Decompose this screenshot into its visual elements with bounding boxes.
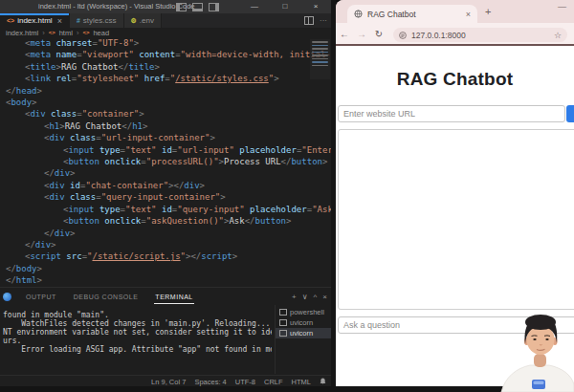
code-line: <body>: [0, 97, 331, 108]
status-item[interactable]: Spaces: 4: [194, 378, 226, 386]
code-line: <script src="/static/script.js"></script…: [0, 250, 331, 262]
terminal-label: uvicorn: [290, 318, 313, 327]
webcam-presenter-overlay: [497, 312, 574, 392]
terminal-line: urs.: [3, 337, 272, 345]
notifications-bell-icon[interactable]: [320, 378, 326, 385]
terminal-dropdown-icon[interactable]: ∨: [302, 293, 308, 301]
code-line: </div>: [0, 167, 331, 179]
bookmark-star-icon[interactable]: ☆: [554, 31, 562, 40]
new-terminal-icon[interactable]: +: [292, 293, 297, 301]
symbol-icon: <>: [49, 30, 55, 35]
toggle-panel-icon[interactable]: [192, 3, 203, 11]
editor-tab-styles.css[interactable]: #styles.css: [70, 13, 124, 28]
terminal-label: uvicorn: [290, 329, 313, 338]
split-editor-icon[interactable]: [304, 16, 314, 25]
process-url-button[interactable]: Process URL: [566, 105, 574, 122]
code-line: </body>: [0, 263, 331, 274]
breadcrumb-separator: ›: [77, 29, 79, 37]
maximize-icon[interactable]: □: [270, 0, 300, 13]
terminal-list-item[interactable]: uvicorn: [276, 317, 332, 328]
css-file-icon: #: [77, 17, 80, 24]
code-line: </head>: [0, 85, 331, 97]
vscode-titlebar: index.html - ltd (Workspace) - Visual St…: [0, 0, 331, 13]
breadcrumb-separator: ›: [42, 29, 45, 37]
symbol-icon: <>: [82, 30, 89, 35]
forward-icon[interactable]: →: [353, 29, 370, 39]
more-actions-icon[interactable]: ···: [320, 16, 327, 25]
toggle-secondary-sidebar-icon[interactable]: [209, 3, 219, 11]
editor-tab-.env[interactable]: ⚙.env: [124, 13, 162, 28]
terminal-line: WatchFiles detected changes in 'main.py'…: [3, 319, 272, 328]
status-item[interactable]: Ln 9, Col 7: [151, 378, 186, 386]
breadcrumb-item[interactable]: index.html: [6, 29, 38, 37]
terminal-icon: [279, 309, 287, 316]
html-file-icon: <>: [7, 17, 14, 24]
reload-icon[interactable]: ↻: [370, 29, 387, 39]
terminal-output[interactable]: found in module "main". WatchFiles detec…: [3, 311, 272, 372]
screen: index.html - ltd (Workspace) - Visual St…: [0, 0, 574, 392]
env-file-icon: ⚙: [131, 17, 137, 25]
breadcrumb-item[interactable]: head: [93, 29, 109, 37]
code-line: <div class="query-input-container">: [0, 191, 331, 203]
vscode-window: index.html - ltd (Workspace) - Visual St…: [0, 0, 331, 386]
maximize-panel-icon[interactable]: ^: [314, 293, 318, 301]
browser-minimize-icon[interactable]: —: [558, 2, 566, 11]
panel-tab-output[interactable]: OUTPUT: [17, 290, 65, 304]
window-controls: — □ ×: [239, 0, 331, 13]
code-line: </div>: [0, 228, 331, 239]
terminal-panel: OUTPUTDEBUG CONSOLETERMINAL + ∨ ^ × foun…: [0, 287, 331, 376]
site-info-icon[interactable]: [399, 32, 407, 39]
code-line: <link rel="stylesheet" href="/static/sty…: [0, 73, 331, 84]
code-area[interactable]: <meta charset="UTF-8"><meta name="viewpo…: [0, 37, 331, 287]
editor-tab-actions: ···: [304, 13, 327, 28]
window-title: index.html - ltd (Workspace) - Visual St…: [38, 0, 195, 13]
terminal-list-item[interactable]: powershell: [276, 307, 332, 317]
code-line: <button onclick="processURL()">Process U…: [0, 156, 331, 167]
status-item[interactable]: HTML: [292, 378, 311, 386]
website-url-input[interactable]: [338, 105, 565, 122]
panel-actions: + ∨ ^ ×: [292, 290, 327, 304]
terminal-label: powershell: [290, 308, 324, 316]
code-line: </html>: [0, 274, 331, 286]
terminal-icon: [279, 330, 287, 337]
editor-tab-label: .env: [140, 16, 154, 25]
editor-tab-label: styles.css: [83, 16, 117, 25]
url-text[interactable]: 127.0.0.1:8000: [411, 31, 549, 40]
code-line: <button onclick="askQuestion()">Ask</but…: [0, 215, 331, 227]
code-line: <div class="container">: [0, 108, 331, 120]
terminal-list-item[interactable]: uvicorn: [276, 328, 332, 338]
site-favicon-globe-icon: [354, 10, 363, 18]
terminal-icon: [279, 319, 287, 326]
status-item[interactable]: UTF-8: [235, 378, 255, 386]
close-tab-icon[interactable]: ×: [57, 16, 62, 26]
editor-tab-index.html[interactable]: <>index.html×: [0, 13, 70, 28]
toggle-sidebar-icon[interactable]: [176, 3, 187, 11]
presenter-neck: [534, 354, 546, 367]
code-line: <h1>RAG Chatbot</h1>: [0, 120, 331, 132]
taskbar-strip: [0, 386, 574, 392]
code-line: </div>: [0, 239, 331, 250]
breadcrumb-item[interactable]: html: [59, 29, 73, 37]
url-input-row: Process URL: [338, 105, 574, 122]
code-line: <div class="url-input-container">: [0, 132, 331, 143]
browser-tab-title: RAG Chatbot: [367, 10, 461, 19]
status-item[interactable]: CRLF: [264, 378, 283, 386]
editor-tab-label: index.html: [17, 16, 52, 25]
tab-close-icon[interactable]: ×: [466, 10, 471, 19]
panel-tab-terminal[interactable]: TERMINAL: [146, 290, 201, 304]
back-icon[interactable]: ←: [336, 29, 353, 39]
panel-extension-icon[interactable]: [3, 293, 11, 301]
breadcrumb[interactable]: index.html›<>html›<>head: [6, 28, 109, 37]
chat-container: [338, 129, 574, 310]
address-bar[interactable]: 127.0.0.1:8000 ☆: [393, 28, 567, 42]
minimize-icon[interactable]: —: [239, 0, 270, 13]
close-icon[interactable]: ×: [300, 0, 331, 13]
browser-tab[interactable]: RAG Chatbot ×: [347, 5, 477, 23]
terminal-list: powershelluvicornuvicorn: [275, 305, 332, 374]
new-tab-icon[interactable]: +: [485, 6, 491, 17]
panel-tab-debug-console[interactable]: DEBUG CONSOLE: [65, 290, 147, 304]
code-line: <input type="text" id="query-input" plac…: [0, 204, 331, 215]
close-panel-icon[interactable]: ×: [322, 293, 327, 301]
terminal-line: NT environment variable not set, conside…: [3, 328, 272, 337]
minimap[interactable]: [310, 39, 330, 79]
